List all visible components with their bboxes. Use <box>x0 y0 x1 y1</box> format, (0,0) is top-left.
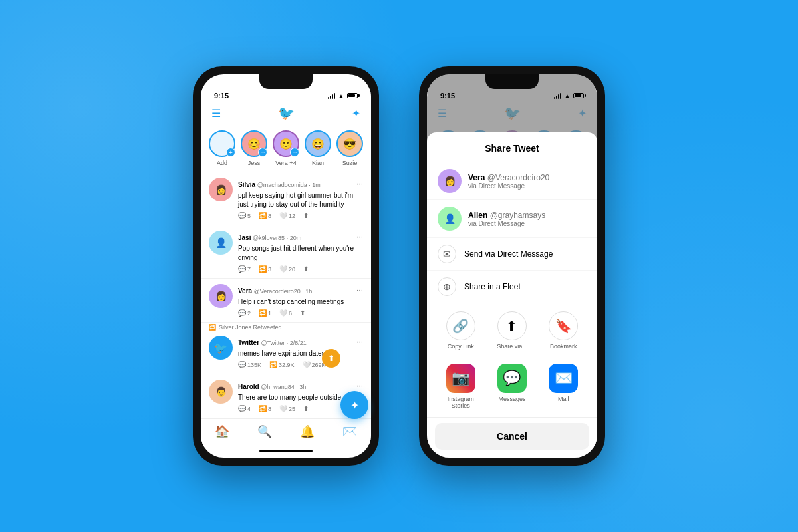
tweet-jasi-handle: @k9lover85 · 20m <box>251 235 301 241</box>
twitter-logo-1: 🐦 <box>278 105 295 121</box>
share-sheet-overlay: Share Tweet 👩 Vera @Veracordeiro20 via D… <box>427 74 597 458</box>
tweet-silvia-avatar: 👩 <box>209 178 233 201</box>
phone-2: 9:15 ▲ ☰ 🐦 ✦ <box>419 66 605 466</box>
tweet-jasi-user: Jasi <box>238 234 251 241</box>
share-dm-vera[interactable]: 👩 Vera @Veracordeiro20 via Direct Messag… <box>427 162 597 200</box>
tweet-vera-content: Vera @Veracordeiro20 · 1h ··· Help i can… <box>238 284 363 317</box>
tweet-twitter-header: Twitter @Twitter · 2/8/21 ··· <box>238 336 363 348</box>
phone-1: 9:15 ▲ ☰ 🐦 ✦ <box>193 66 379 466</box>
share-dm-allen[interactable]: 👤 Allen @grayhamsays via Direct Message <box>427 200 597 238</box>
retweet-action[interactable]: 🔁8 <box>259 212 271 219</box>
reply-action[interactable]: 💬5 <box>238 212 251 219</box>
share-action-h[interactable]: ⬆ <box>303 405 309 412</box>
instagram-icon: 📷 <box>446 364 475 393</box>
home-indicator-1 <box>259 450 313 452</box>
tweet-jasi[interactable]: 👤 Jasi @k9lover85 · 20m ··· Pop songs ju… <box>201 225 371 279</box>
story-kian[interactable]: 😄 Kian <box>305 130 331 166</box>
reply-action-2[interactable]: 💬7 <box>238 265 251 273</box>
retweet-label-text: Silver Jones Retweeted <box>219 324 282 331</box>
share-option-dm-label: Send via Direct Message <box>464 249 553 259</box>
hamburger-icon-1[interactable]: ☰ <box>211 107 221 120</box>
tweet-jasi-content: Jasi @k9lover85 · 20m ··· Pop songs just… <box>238 231 363 273</box>
share-messages[interactable]: 💬 Messages <box>489 364 535 409</box>
story-kian-avatar: 😄 <box>305 130 331 157</box>
messages-icon: 💬 <box>497 364 527 393</box>
nav-messages[interactable]: ✉️ <box>342 424 357 439</box>
tweet-jasi-more[interactable]: ··· <box>356 232 363 241</box>
like-action[interactable]: 🤍12 <box>279 212 295 219</box>
status-bar-1: 9:15 ▲ <box>201 89 371 101</box>
share-action-2[interactable]: ⬆ <box>303 265 309 273</box>
tweet-vera-user: Vera <box>238 287 252 295</box>
nav-home[interactable]: 🏠 <box>215 424 229 439</box>
tweet-jasi-text: Pop songs just hit different when you're… <box>238 244 363 263</box>
messages-label: Messages <box>498 396 525 402</box>
share-vera-avatar: 👩 <box>438 169 462 193</box>
nav-notifications[interactable]: 🔔 <box>300 424 315 439</box>
wifi-icon-1: ▲ <box>338 92 344 100</box>
share-via-icon: ⬆ <box>497 311 527 340</box>
retweet-action-h[interactable]: 🔁8 <box>259 405 271 412</box>
notch-1 <box>259 74 313 89</box>
tweet-silvia-text: ppl keep saying hot girl summer but i'm … <box>238 191 363 209</box>
story-vera-avatar: 🙂 ··· <box>273 130 299 157</box>
story-jess-label: Jess <box>248 160 261 166</box>
story-jess[interactable]: 😊 ··· Jess <box>241 130 267 166</box>
mail-icon: ✉️ <box>549 364 578 393</box>
like-action-h[interactable]: 🤍25 <box>279 405 295 412</box>
share-instagram[interactable]: 📷 InstagramStories <box>438 364 483 409</box>
retweet-action-tw[interactable]: 🔁32.9K <box>269 361 295 368</box>
tweet-twitter-more[interactable]: ··· <box>356 337 363 346</box>
tweet-silvia[interactable]: 👩 Silvia @machadocomida · 1m ··· ppl kee… <box>201 172 371 225</box>
retweet-action-3[interactable]: 🔁1 <box>259 309 271 317</box>
phone-screen-2: 9:15 ▲ ☰ 🐦 ✦ <box>427 74 597 458</box>
story-suzie[interactable]: 😎 Suzie <box>336 130 363 166</box>
story-jess-avatar: 😊 ··· <box>241 130 267 157</box>
copy-link-label: Copy Link <box>448 343 474 350</box>
tweet-silvia-actions: 💬5 🔁8 🤍12 ⬆ <box>238 212 363 219</box>
story-add[interactable]: + Add <box>209 130 235 166</box>
share-action[interactable]: ⬆ <box>303 212 309 219</box>
tweet-silvia-more[interactable]: ··· <box>356 179 363 188</box>
bottom-nav-1: 🏠 🔍 🔔 ✉️ <box>201 418 371 447</box>
share-mail[interactable]: ✉️ Mail <box>541 364 587 409</box>
share-apps-row: 📷 InstagramStories 💬 Messages ✉️ Mail <box>427 358 597 418</box>
reply-action-3[interactable]: 💬2 <box>238 309 251 317</box>
nav-search[interactable]: 🔍 <box>257 424 272 439</box>
share-via-label: Share via... <box>497 343 527 350</box>
share-cancel-button[interactable]: Cancel <box>435 423 589 450</box>
tweet-vera[interactable]: 👩 Vera @Veracordeiro20 · 1h ··· Help i c… <box>201 279 371 323</box>
share-vera-info: Vera @Veracordeiro20 via Direct Message <box>468 173 587 190</box>
reply-action-tw[interactable]: 💬135K <box>238 361 261 368</box>
tweet-vera-more[interactable]: ··· <box>356 285 363 295</box>
share-action-3[interactable]: ⬆ <box>300 309 305 317</box>
tweet-jasi-actions: 💬7 🔁3 🤍20 ⬆ <box>238 265 363 273</box>
like-action-2[interactable]: 🤍20 <box>279 265 295 273</box>
share-vera-sub: via Direct Message <box>468 182 587 190</box>
share-option-dm[interactable]: ✉ Send via Direct Message <box>427 238 597 271</box>
share-bookmark[interactable]: 🔖 Bookmark <box>541 311 587 350</box>
tweet-twitter[interactable]: 🐦 Twitter @Twitter · 2/8/21 ··· memes ha… <box>201 331 371 374</box>
share-highlight-btn[interactable]: ⬆ <box>322 349 340 368</box>
share-option-fleet[interactable]: ⊕ Share in a Fleet <box>427 271 597 303</box>
share-copy-link[interactable]: 🔗 Copy Link <box>438 311 483 350</box>
tweet-vera-header: Vera @Veracordeiro20 · 1h ··· <box>238 284 363 296</box>
tweet-harold-handle: @h_wang84 · 3h <box>259 384 307 390</box>
share-allen-sub: via Direct Message <box>468 220 587 227</box>
tweet-feed-1: 👩 Silvia @machadocomida · 1m ··· ppl kee… <box>201 172 371 418</box>
status-time-1: 9:15 <box>214 92 229 100</box>
top-nav-1: ☰ 🐦 ✦ <box>201 101 371 125</box>
sparkle-icon-1[interactable]: ✦ <box>352 107 360 120</box>
compose-fab[interactable]: ✦ <box>340 391 368 419</box>
tweet-silvia-content: Silvia @machadocomida · 1m ··· ppl keep … <box>238 178 363 219</box>
story-vera[interactable]: 🙂 ··· Vera +4 <box>273 130 299 166</box>
tweet-silvia-header: Silvia @machadocomida · 1m ··· <box>238 178 363 190</box>
retweet-action-2[interactable]: 🔁3 <box>259 265 271 273</box>
tweet-twitter-text: memes have expiration dates <box>238 349 363 358</box>
reply-action-h[interactable]: 💬4 <box>238 405 251 412</box>
share-share-via[interactable]: ⬆ Share via... <box>489 311 535 350</box>
like-action-3[interactable]: 🤍6 <box>279 309 292 317</box>
tweet-harold-more[interactable]: ··· <box>356 381 363 390</box>
share-allen-info: Allen @grayhamsays via Direct Message <box>468 211 587 227</box>
tweet-harold-avatar: 👨 <box>209 380 233 404</box>
